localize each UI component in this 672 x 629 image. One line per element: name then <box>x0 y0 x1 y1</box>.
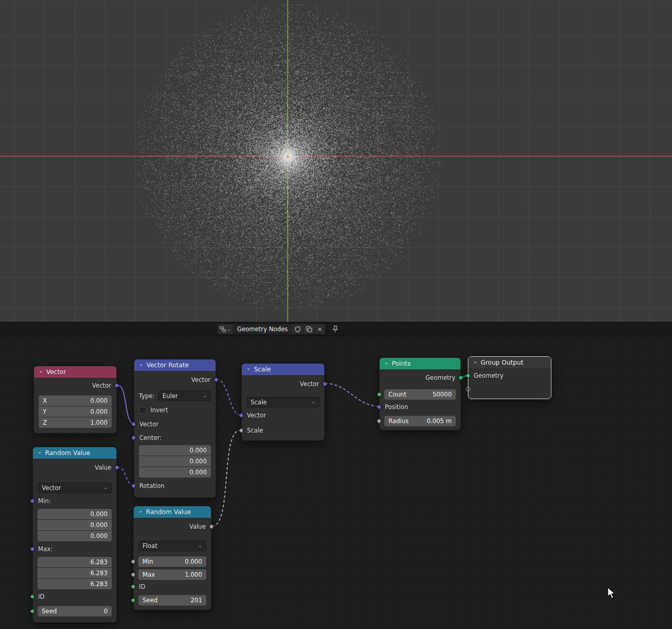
socket-label: Vector <box>247 412 266 419</box>
field-value: 0.005 m <box>427 417 452 425</box>
browse-nodetree-button[interactable]: ⌄ <box>217 324 233 334</box>
virtual-socket-row <box>468 383 551 395</box>
count-input-socket[interactable] <box>377 392 382 397</box>
field-value: 0.000 <box>90 510 108 518</box>
collapse-chevron-icon[interactable]: ⌄ <box>138 509 143 513</box>
max-y-field[interactable]: 6.283 <box>38 568 112 578</box>
center-x-field[interactable]: 0.000 <box>139 445 211 456</box>
max-field[interactable]: Max 1.000 <box>138 569 206 580</box>
socket-label: Scale <box>247 427 263 434</box>
data-type-dropdown[interactable]: Vector ⌄ <box>38 483 112 493</box>
field-label: Y <box>43 408 46 415</box>
node-vector-header[interactable]: ⌄ Vector <box>34 366 116 378</box>
node-vector-rotate[interactable]: ⌄ Vector Rotate Vector Type: Euler ⌄ Inv… <box>134 359 216 498</box>
id-input-row: ID <box>33 589 116 604</box>
node-title: Random Value <box>146 508 191 516</box>
invert-checkbox[interactable] <box>139 407 146 414</box>
max-x-field[interactable]: 6.283 <box>38 557 112 567</box>
operation-dropdown[interactable]: Scale ⌄ <box>246 397 320 407</box>
socket-label: Vector <box>139 421 159 428</box>
dropdown-chevron-icon: ⌄ <box>311 399 315 404</box>
node-points[interactable]: ⌄ Points Geometry Count 50000 Position R… <box>379 357 461 430</box>
value-output-row: Value <box>134 518 211 535</box>
new-copy-button[interactable] <box>303 324 315 334</box>
y-value-field[interactable]: Y 0.000 <box>39 406 112 417</box>
type-row: Type: Euler ⌄ <box>134 389 216 403</box>
3d-viewport[interactable] <box>0 0 672 322</box>
count-field[interactable]: Count 50000 <box>384 389 456 400</box>
vector-xyz-fields: X 0.000 Y 0.000 Z 1.000 <box>39 395 112 428</box>
virtual-input-socket[interactable] <box>466 387 470 392</box>
node-points-header[interactable]: ⌄ Points <box>380 358 461 369</box>
value-output-row: Value <box>33 459 116 476</box>
node-title: Scale <box>254 366 270 373</box>
seed-row: Seed 0 <box>33 606 116 616</box>
node-scale-header[interactable]: ⌄ Scale <box>242 364 324 375</box>
node-vector-rotate-header[interactable]: ⌄ Vector Rotate <box>134 359 216 371</box>
dropdown-chevron-icon: ⌄ <box>203 393 207 398</box>
x-value-field[interactable]: X 0.000 <box>39 395 112 406</box>
node-group-output[interactable]: ⌄ Group Output Geometry <box>468 356 551 399</box>
blender-window: ⌄ Geometry Nodes ✕ <box>0 0 672 629</box>
radius-field[interactable]: Radius 0.005 m <box>384 416 456 426</box>
unlink-button[interactable]: ✕ <box>315 324 325 334</box>
min-z-field[interactable]: 0.000 <box>38 531 112 541</box>
fake-user-button[interactable] <box>292 324 303 334</box>
min-input-row: Min: <box>33 493 116 509</box>
node-random-value-header[interactable]: ⌄ Random Value <box>33 447 116 459</box>
pin-icon[interactable] <box>331 325 339 333</box>
collapse-chevron-icon[interactable]: ⌄ <box>39 369 43 373</box>
socket-label: Value <box>189 523 206 530</box>
field-value: 0.000 <box>190 447 207 454</box>
node-random-value-header[interactable]: ⌄ Random Value <box>134 506 211 518</box>
min-field[interactable]: Min 0.000 <box>138 556 206 567</box>
field-label: Count <box>388 391 406 398</box>
nodetree-name-field[interactable]: Geometry Nodes <box>233 324 292 334</box>
socket-label: Rotation <box>139 482 164 490</box>
dropdown-value: Scale <box>251 399 267 406</box>
socket-label: Vector <box>300 380 319 388</box>
socket-label: Vector <box>92 382 111 389</box>
max-z-field[interactable]: 6.283 <box>38 579 112 589</box>
field-value: 6.283 <box>90 569 108 577</box>
vector-output-socket[interactable] <box>114 383 119 388</box>
collapse-chevron-icon[interactable]: ⌄ <box>139 362 143 366</box>
collapse-chevron-icon[interactable]: ⌄ <box>473 359 477 364</box>
field-value: 201 <box>191 597 202 604</box>
browse-chevron-icon: ⌄ <box>227 327 231 332</box>
max-row: Max 1.000 <box>134 569 211 580</box>
min-row: Min 0.000 <box>134 556 211 567</box>
data-type-dropdown[interactable]: Float ⌄ <box>138 541 206 551</box>
node-random-value-float[interactable]: ⌄ Random Value Value Float ⌄ Min 0.000 M… <box>133 506 211 610</box>
mouse-cursor <box>607 587 618 599</box>
node-group-output-header[interactable]: ⌄ Group Output <box>468 357 551 368</box>
center-z-field[interactable]: 0.000 <box>139 467 211 477</box>
node-title: Vector Rotate <box>146 362 188 369</box>
min-y-field[interactable]: 0.000 <box>38 520 112 530</box>
geometry-output-socket[interactable] <box>458 376 463 380</box>
geometry-input-socket[interactable] <box>466 374 470 378</box>
shield-icon <box>294 326 301 333</box>
seed-field[interactable]: Seed 0 <box>38 606 112 616</box>
count-row: Count 50000 <box>380 389 461 400</box>
node-title: Group Output <box>480 359 523 366</box>
node-random-value-vector[interactable]: ⌄ Random Value Value Vector ⌄ Min: 0.000… <box>32 447 117 623</box>
center-y-field[interactable]: 0.000 <box>139 456 211 467</box>
socket-label: Geometry <box>426 374 455 381</box>
center-vector-fields: 0.000 0.000 0.000 <box>139 445 211 477</box>
geometry-input-row: Geometry <box>468 368 551 383</box>
max-input-row: Max: <box>33 541 116 557</box>
socket-label: Vector <box>191 376 210 383</box>
min-x-field[interactable]: 0.000 <box>38 509 112 519</box>
seed-row: Seed 201 <box>134 595 211 605</box>
rotation-type-dropdown[interactable]: Euler ⌄ <box>158 391 211 401</box>
node-vector[interactable]: ⌄ Vector Vector X 0.000 Y 0.000 Z 1.000 <box>33 366 117 434</box>
collapse-chevron-icon[interactable]: ⌄ <box>384 360 388 365</box>
collapse-chevron-icon[interactable]: ⌄ <box>246 366 251 370</box>
z-value-field[interactable]: Z 1.000 <box>39 417 112 428</box>
seed-field[interactable]: Seed 201 <box>138 595 206 605</box>
node-scale[interactable]: ⌄ Scale Vector Scale ⌄ Vector Scale <box>241 363 325 441</box>
collapse-chevron-icon[interactable]: ⌄ <box>38 450 42 454</box>
socket-label: Value <box>95 464 111 471</box>
field-value: 0.000 <box>90 397 108 404</box>
